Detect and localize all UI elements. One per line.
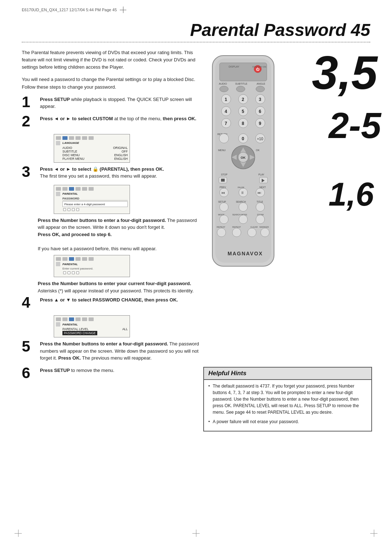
svg-point-12	[256, 86, 265, 92]
screen-icon-2	[62, 136, 68, 140]
step-6-number: 6	[22, 365, 38, 381]
screen-parental-label-3: PARENTAL	[56, 322, 128, 327]
sc3-icon-3	[69, 257, 74, 261]
svg-point-32	[219, 134, 229, 143]
sc4-icon-5	[82, 317, 87, 321]
cdot-3	[72, 271, 75, 274]
svg-point-79	[248, 228, 256, 237]
svg-text:OK: OK	[241, 156, 246, 159]
screen-password-box: Please enter a 4-digit password	[62, 201, 128, 207]
svg-text:1: 1	[225, 97, 227, 102]
sc3-icon-1	[56, 257, 61, 261]
sc2-icon-2	[62, 187, 68, 191]
sc2-icon-1	[56, 187, 61, 191]
hint-item-1: The default password is 4737. If you for…	[208, 383, 367, 416]
dot-3	[72, 208, 75, 211]
svg-text:MARKER: MARKER	[260, 226, 269, 228]
helpful-hints-box: Helpful Hints The default password is 47…	[203, 367, 372, 432]
screen-top-icons-2	[56, 187, 128, 191]
screen-top-icons-4	[56, 317, 128, 321]
enter-current-label: Enter current password.	[62, 267, 128, 270]
header-crosshair	[120, 7, 126, 13]
svg-text:STOP: STOP	[221, 173, 228, 176]
screen-mockup-password-first: PARENTAL PASSWORD Please enter a 4-digit…	[38, 185, 200, 214]
step-3-content: Press ◄ or ► to select 🔒 (PARENTAL), the…	[40, 166, 200, 180]
svg-point-70	[220, 215, 228, 224]
step-4-content: Press ▲ or ▼ to select PASSWORD CHANGE, …	[40, 296, 200, 304]
cdot-1	[63, 271, 66, 274]
screen-top-icons	[56, 136, 128, 140]
step-6: 6 Press SETUP to remove the menu.	[22, 367, 200, 381]
step-1: 1 Press SETUP while playback is stopped.…	[22, 96, 200, 110]
screen-side-lock-2	[56, 262, 60, 266]
svg-text:MENU: MENU	[218, 149, 226, 151]
bottom-right-crosshair	[370, 530, 377, 537]
svg-text:DISPLAY: DISPLAY	[229, 65, 239, 68]
cdot-2	[68, 271, 70, 274]
step-2-number: 2	[22, 114, 38, 129]
screen-icon-1	[56, 136, 61, 140]
svg-text:REPEAT: REPEAT	[232, 226, 241, 228]
sc4-icon-1	[56, 317, 61, 321]
screen-audio-row: AUDIOORIGINAL	[62, 146, 128, 150]
svg-text:PLAY: PLAY	[258, 173, 265, 176]
svg-text:REPEAT: REPEAT	[217, 226, 225, 228]
svg-text:2: 2	[242, 97, 244, 102]
step-4: 4 Press ▲ or ▼ to select PASSWORD CHANGE…	[22, 296, 200, 310]
step-2-content: Press ◄ or ► to select CUSTOM at the top…	[40, 115, 200, 122]
step-5-number: 5	[22, 339, 38, 354]
helpful-hints-list: The default password is 4737. If you for…	[208, 383, 367, 425]
step-1-number: 1	[22, 94, 38, 110]
bottom-left-crosshair	[15, 530, 22, 537]
screen-icon-3	[69, 136, 74, 140]
screen-password-label: PASSWORD	[62, 197, 128, 200]
svg-text:3: 3	[259, 97, 261, 102]
intro-paragraph-1: The Parental feature prevents viewing of…	[22, 49, 200, 71]
screen-row-1: LANGUAGE	[56, 141, 128, 145]
sc3-icon-5	[82, 257, 87, 261]
svg-text:0: 0	[242, 136, 244, 141]
step-5-content: Press the Number buttons to enter a four…	[40, 340, 200, 362]
svg-text:⏻: ⏻	[256, 67, 260, 71]
screen-mockup-custom: LANGUAGE AUDIOORIGINAL SUBTITLEOFF DISC …	[38, 134, 200, 163]
svg-point-71	[239, 215, 248, 224]
svg-text:⏮: ⏮	[221, 191, 225, 195]
dot-1	[63, 208, 66, 211]
screen-side-lock-3	[56, 322, 60, 327]
dot-4	[76, 208, 79, 211]
screen-mockup-password-change: PARENTAL PARENTAL LEVELALL PASSWORD CHAN…	[38, 315, 200, 337]
svg-text:6: 6	[259, 109, 261, 114]
svg-text:STANDBY·ON: STANDBY·ON	[252, 66, 266, 68]
screen-icon-4	[75, 136, 81, 140]
screen-current-dots	[63, 271, 128, 274]
screen-password-dots	[63, 208, 128, 211]
svg-point-10	[220, 86, 228, 92]
svg-text:8: 8	[242, 121, 244, 126]
hint-item-2: A power failure will not erase your pass…	[208, 418, 367, 425]
current-password-note: Press the Number buttons to enter your c…	[38, 280, 200, 294]
sc4-icon-6	[89, 317, 94, 321]
section-divider	[22, 42, 370, 42]
dot-2	[68, 208, 70, 211]
sc2-icon-3	[69, 187, 74, 191]
sc4-icon-4	[75, 317, 81, 321]
svg-point-78	[232, 228, 241, 237]
bottom-center-crosshair	[192, 530, 200, 537]
svg-point-65	[239, 203, 248, 211]
sc2-icon-6	[89, 187, 94, 191]
screen-side-lock	[56, 192, 60, 196]
helpful-hints-title: Helpful Hints	[204, 368, 371, 380]
svg-point-11	[236, 86, 245, 92]
svg-text:MAGNAVOX: MAGNAVOX	[228, 251, 263, 256]
sc3-icon-2	[62, 257, 68, 261]
step-number-25: 2-5	[328, 107, 381, 143]
page-title: Parental Password 45	[190, 20, 370, 40]
svg-rect-49	[221, 179, 225, 182]
cdot-4	[76, 271, 79, 274]
svg-text:7: 7	[225, 121, 227, 126]
screen-mockup-current-password: PARENTAL Enter current password.	[38, 255, 200, 277]
svg-point-77	[217, 228, 226, 237]
password-note-block: Press the Number buttons to enter a four…	[38, 217, 200, 252]
step-5: 5 Press the Number buttons to enter a fo…	[22, 340, 200, 362]
screen-discmenu-row: DISC MENUENGLISH	[62, 153, 128, 157]
